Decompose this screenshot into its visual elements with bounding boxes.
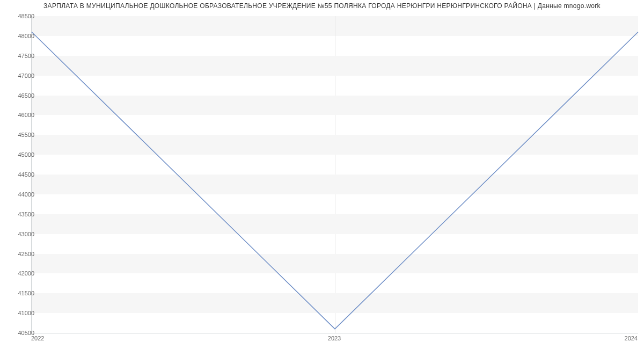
x-tick-label: 2024 xyxy=(625,335,638,341)
x-tick-label: 2022 xyxy=(31,335,44,341)
y-tick-label: 42000 xyxy=(8,270,34,277)
y-tick-label: 47500 xyxy=(8,53,34,59)
y-tick-label: 41000 xyxy=(8,310,34,316)
chart-title: ЗАРПЛАТА В МУНИЦИПАЛЬНОЕ ДОШКОЛЬНОЕ ОБРА… xyxy=(0,2,644,10)
y-tick-label: 40500 xyxy=(8,330,34,336)
y-tick-label: 45000 xyxy=(8,151,34,158)
y-tick-label: 42500 xyxy=(8,251,34,257)
plot-area xyxy=(31,16,638,333)
y-tick-label: 46000 xyxy=(8,112,34,118)
y-tick-label: 41500 xyxy=(8,290,34,296)
chart-container: ЗАРПЛАТА В МУНИЦИПАЛЬНОЕ ДОШКОЛЬНОЕ ОБРА… xyxy=(0,0,644,349)
y-tick-label: 43500 xyxy=(8,211,34,217)
y-tick-label: 48500 xyxy=(8,13,34,19)
line-series xyxy=(32,16,638,333)
y-tick-label: 48000 xyxy=(8,33,34,39)
y-tick-label: 45500 xyxy=(8,132,34,138)
x-tick-label: 2023 xyxy=(328,335,341,341)
line-path xyxy=(32,32,638,329)
y-tick-label: 44000 xyxy=(8,191,34,198)
y-tick-label: 47000 xyxy=(8,72,34,79)
y-tick-label: 44500 xyxy=(8,171,34,178)
y-tick-label: 46500 xyxy=(8,92,34,99)
y-tick-label: 43000 xyxy=(8,231,34,237)
